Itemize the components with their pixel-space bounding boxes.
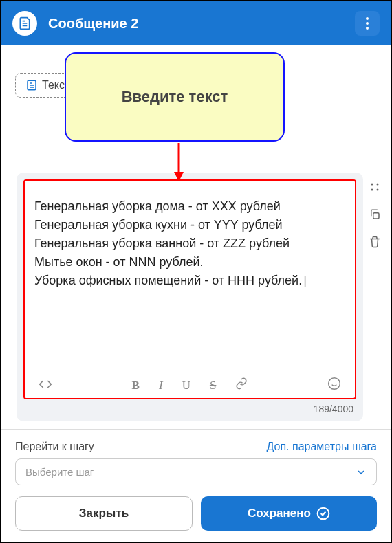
document-icon	[25, 79, 38, 91]
content-area: Текст Введите текст Генеральная уборка д…	[1, 45, 391, 425]
copy-button[interactable]	[367, 207, 382, 222]
save-button[interactable]: Сохранено	[201, 496, 377, 531]
document-icon	[12, 11, 37, 36]
bold-button[interactable]: B	[132, 379, 140, 392]
arrow-down-icon	[172, 143, 186, 181]
svg-point-0	[366, 17, 369, 20]
link-button[interactable]	[235, 377, 248, 393]
params-link[interactable]: Доп. параметры шага	[267, 441, 377, 453]
page-title: Сообщение 2	[48, 16, 138, 32]
char-counter: 189/4000	[23, 399, 356, 414]
svg-rect-11	[373, 213, 379, 219]
text-editor[interactable]: Генеральная уборка дома - от ХХХ рублей …	[23, 179, 356, 399]
svg-point-1	[366, 22, 369, 25]
chevron-down-icon	[356, 467, 367, 478]
svg-point-10	[377, 189, 379, 191]
callout-text: Введите текст	[122, 88, 228, 106]
step-label: Перейти к шагу	[15, 441, 94, 453]
emoji-button[interactable]	[327, 377, 341, 394]
italic-button[interactable]: I	[159, 379, 163, 392]
close-button[interactable]: Закрыть	[15, 496, 193, 531]
editor-content[interactable]: Генеральная уборка дома - от ХХХ рублей …	[34, 197, 345, 371]
editor-toolbar: B I U S	[34, 371, 345, 397]
code-button[interactable]	[39, 379, 52, 392]
underline-button[interactable]: U	[182, 379, 190, 392]
drag-handle[interactable]	[367, 179, 382, 195]
svg-marker-5	[174, 172, 184, 181]
header: Сообщение 2	[1, 1, 391, 45]
select-placeholder: Выберите шаг	[25, 466, 94, 478]
svg-point-8	[377, 184, 379, 186]
side-actions	[367, 179, 382, 250]
delete-button[interactable]	[367, 234, 382, 250]
step-select[interactable]: Выберите шаг	[15, 458, 377, 485]
svg-point-6	[329, 378, 340, 390]
strikethrough-button[interactable]: S	[210, 379, 216, 392]
svg-point-9	[371, 189, 373, 191]
header-left: Сообщение 2	[12, 11, 138, 36]
callout-tooltip: Введите текст	[65, 52, 285, 142]
check-circle-icon	[316, 507, 330, 520]
footer: Перейти к шагу Доп. параметры шага Выбер…	[1, 429, 391, 542]
svg-point-2	[366, 27, 369, 30]
more-button[interactable]	[355, 11, 380, 36]
svg-point-7	[371, 184, 373, 186]
editor-container: Генеральная уборка дома - от ХХХ рублей …	[17, 173, 363, 421]
